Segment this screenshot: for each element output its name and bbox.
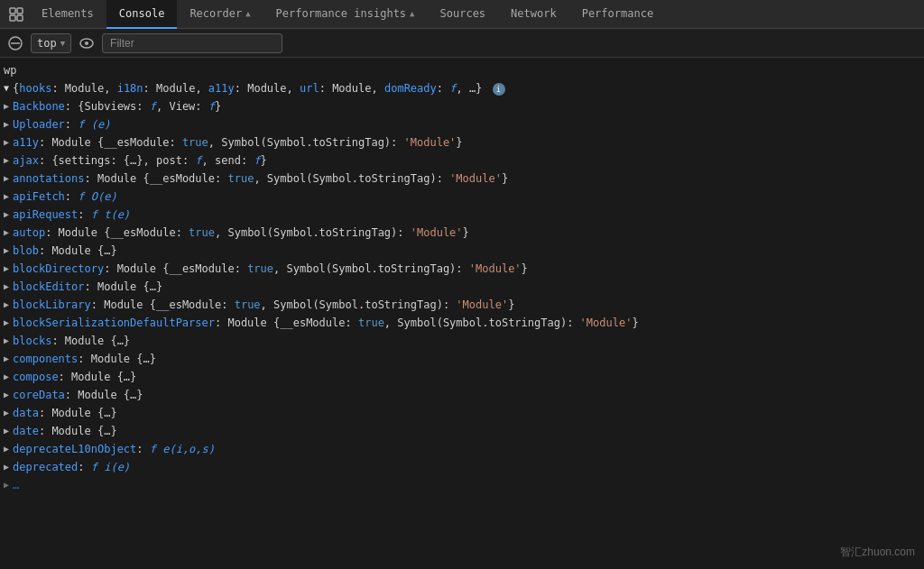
blockLibrary-expand-icon[interactable]: ▶	[4, 297, 9, 313]
deprecateL10nObject-expand-icon[interactable]: ▶	[4, 441, 9, 457]
perf-insights-arrow-icon: ▲	[410, 9, 414, 18]
date-expand-icon[interactable]: ▶	[4, 423, 9, 439]
next-content: …	[13, 477, 19, 493]
svg-rect-2	[10, 15, 15, 21]
blockSerializationDefaultParser-expand-icon[interactable]: ▶	[4, 315, 9, 331]
console-output: wp ▼ {hooks: Module, i18n: Module, a11y:…	[0, 58, 924, 569]
panel-icon[interactable]	[4, 0, 29, 29]
svg-rect-3	[17, 15, 23, 21]
a11y-expand-icon[interactable]: ▶	[4, 134, 9, 151]
coreData-expand-icon[interactable]: ▶	[4, 387, 9, 403]
blockEditor-content: blockEditor: Module {…}	[13, 279, 162, 295]
context-selector[interactable]: top ▼	[31, 33, 71, 53]
blockLibrary-row[interactable]: ▶ blockLibrary: Module {__esModule: true…	[0, 296, 924, 314]
wp-label: wp	[4, 62, 16, 78]
blockSerializationDefaultParser-content: blockSerializationDefaultParser: Module …	[13, 315, 639, 331]
uploader-content: Uploader: f (e)	[13, 116, 110, 133]
tab-network[interactable]: Network	[498, 0, 569, 29]
deprecated-row[interactable]: ▶ deprecated: f i(e)	[0, 458, 924, 476]
watermark: 智汇zhuon.com	[840, 545, 915, 560]
apiRequest-row[interactable]: ▶ apiRequest: f t(e)	[0, 206, 924, 224]
tab-console[interactable]: Console	[106, 0, 178, 29]
data-row[interactable]: ▶ data: Module {…}	[0, 404, 924, 422]
apiFetch-content: apiFetch: f O(e)	[13, 188, 117, 205]
blockSerializationDefaultParser-row[interactable]: ▶ blockSerializationDefaultParser: Modul…	[0, 314, 924, 332]
backbone-row[interactable]: ▶ Backbone: {Subviews: f, View: f}	[0, 97, 924, 115]
backbone-expand-icon[interactable]: ▶	[4, 98, 9, 115]
deprecated-content: deprecated: f i(e)	[13, 459, 130, 475]
tab-recorder[interactable]: Recorder ▲	[177, 0, 263, 29]
tab-performance-insights[interactable]: Performance insights ▲	[263, 0, 428, 29]
uploader-expand-icon[interactable]: ▶	[4, 116, 9, 133]
deprecateL10nObject-row[interactable]: ▶ deprecateL10nObject: f e(i,o,s)	[0, 440, 924, 458]
svg-rect-1	[17, 8, 23, 14]
svg-rect-0	[10, 8, 15, 14]
wp-label-row: wp	[0, 61, 924, 79]
blob-content: blob: Module {…}	[13, 243, 117, 259]
context-label: top	[37, 37, 57, 50]
blob-row[interactable]: ▶ blob: Module {…}	[0, 242, 924, 260]
autop-content: autop: Module {__esModule: true, Symbol(…	[13, 225, 469, 241]
autop-expand-icon[interactable]: ▶	[4, 225, 9, 241]
a11y-content: a11y: Module {__esModule: true, Symbol(S…	[13, 134, 463, 151]
info-icon[interactable]: i	[493, 83, 505, 96]
annotations-content: annotations: Module {__esModule: true, S…	[13, 170, 508, 187]
ajax-row[interactable]: ▶ ajax: {settings: {…}, post: f, send: f…	[0, 151, 924, 170]
console-toolbar: top ▼	[0, 29, 924, 58]
apiFetch-row[interactable]: ▶ apiFetch: f O(e)	[0, 188, 924, 206]
clear-console-button[interactable]	[5, 33, 25, 53]
root-expand-icon[interactable]: ▼	[4, 80, 9, 96]
apiFetch-expand-icon[interactable]: ▶	[4, 188, 9, 205]
blockDirectory-row[interactable]: ▶ blockDirectory: Module {__esModule: tr…	[0, 260, 924, 278]
compose-expand-icon[interactable]: ▶	[4, 369, 9, 385]
blob-expand-icon[interactable]: ▶	[4, 243, 9, 259]
blockEditor-row[interactable]: ▶ blockEditor: Module {…}	[0, 278, 924, 296]
blocks-row[interactable]: ▶ blocks: Module {…}	[0, 332, 924, 350]
annotations-expand-icon[interactable]: ▶	[4, 170, 9, 187]
annotations-row[interactable]: ▶ annotations: Module {__esModule: true,…	[0, 170, 924, 188]
deprecateL10nObject-content: deprecateL10nObject: f e(i,o,s)	[13, 441, 215, 457]
ajax-content: ajax: {settings: {…}, post: f, send: f}	[13, 152, 267, 169]
date-content: date: Module {…}	[13, 423, 117, 439]
compose-row[interactable]: ▶ compose: Module {…}	[0, 368, 924, 386]
root-row[interactable]: ▼ {hooks: Module, i18n: Module, a11y: Mo…	[0, 79, 924, 97]
backbone-content: Backbone: {Subviews: f, View: f}	[13, 98, 221, 115]
components-row[interactable]: ▶ components: Module {…}	[0, 350, 924, 368]
blockEditor-expand-icon[interactable]: ▶	[4, 279, 9, 295]
compose-content: compose: Module {…}	[13, 369, 136, 385]
apiRequest-content: apiRequest: f t(e)	[13, 206, 130, 223]
data-expand-icon[interactable]: ▶	[4, 405, 9, 421]
tab-sources[interactable]: Sources	[428, 0, 499, 29]
blocks-content: blocks: Module {…}	[13, 333, 130, 349]
recorder-arrow-icon: ▲	[245, 9, 250, 18]
uploader-row[interactable]: ▶ Uploader: f (e)	[0, 115, 924, 133]
context-arrow-icon: ▼	[60, 39, 65, 48]
components-content: components: Module {…}	[13, 351, 156, 367]
next-expand-icon[interactable]: ▶	[4, 477, 9, 493]
blockDirectory-expand-icon[interactable]: ▶	[4, 261, 9, 277]
components-expand-icon[interactable]: ▶	[4, 351, 9, 367]
blockDirectory-content: blockDirectory: Module {__esModule: true…	[13, 261, 528, 277]
coreData-content: coreData: Module {…}	[13, 387, 143, 403]
devtools-tabs: Elements Console Recorder ▲ Performance …	[0, 0, 924, 29]
ajax-expand-icon[interactable]: ▶	[4, 152, 9, 169]
data-content: data: Module {…}	[13, 405, 117, 421]
blockLibrary-content: blockLibrary: Module {__esModule: true, …	[13, 297, 514, 313]
tab-performance[interactable]: Performance	[569, 0, 666, 29]
blocks-expand-icon[interactable]: ▶	[4, 333, 9, 349]
filter-input[interactable]	[102, 33, 282, 53]
a11y-row[interactable]: ▶ a11y: Module {__esModule: true, Symbol…	[0, 133, 924, 151]
date-row[interactable]: ▶ date: Module {…}	[0, 422, 924, 440]
coreData-row[interactable]: ▶ coreData: Module {…}	[0, 386, 924, 404]
show-live-expression-button[interactable]	[77, 33, 97, 53]
apiRequest-expand-icon[interactable]: ▶	[4, 206, 9, 223]
svg-point-7	[85, 41, 88, 45]
deprecated-expand-icon[interactable]: ▶	[4, 459, 9, 475]
tab-elements[interactable]: Elements	[29, 0, 106, 29]
root-content: {hooks: Module, i18n: Module, a11y: Modu…	[13, 80, 505, 96]
next-row-hint[interactable]: ▶ …	[0, 476, 924, 494]
autop-row[interactable]: ▶ autop: Module {__esModule: true, Symbo…	[0, 224, 924, 242]
